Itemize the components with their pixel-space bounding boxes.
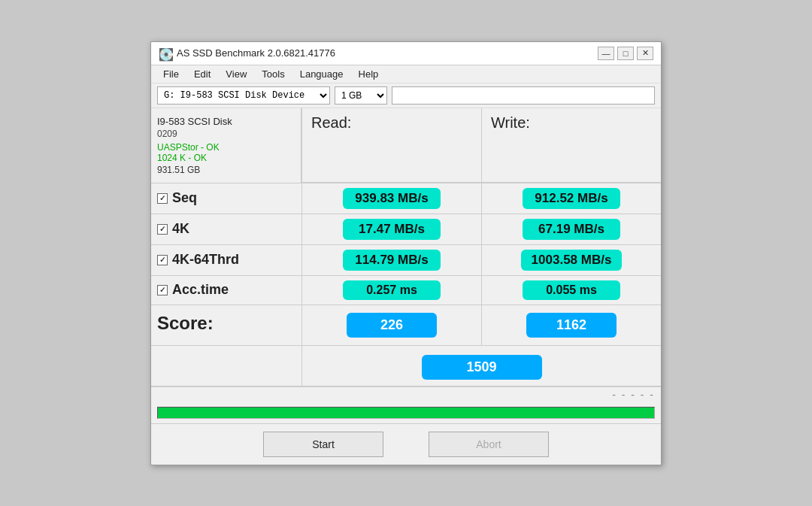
info-panel: I9-583 SCSI Disk 0209 UASPStor - OK 1024… — [151, 108, 301, 183]
start-button[interactable]: Start — [263, 432, 383, 457]
score-write-value: 1162 — [526, 313, 617, 338]
bench-label-4k: ✓ 4K — [151, 214, 301, 244]
4k64-write-cell: 1003.58 MB/s — [481, 244, 661, 275]
device-name: I9-583 SCSI Disk — [157, 116, 295, 127]
checkbox-4k64[interactable]: ✓ — [157, 255, 168, 265]
seq-read-cell: 939.83 MB/s — [301, 183, 481, 214]
menu-file[interactable]: File — [157, 67, 185, 81]
bench-label-acc: ✓ Acc.time — [151, 275, 301, 305]
progress-fill — [158, 408, 654, 418]
score-read-cell: 226 — [301, 305, 481, 345]
drive-select[interactable]: G: I9-583 SCSI Disk Device — [157, 86, 330, 105]
maximize-button[interactable]: □ — [617, 47, 634, 60]
bench-label-acc-text: Acc.time — [172, 282, 229, 298]
title-bar-left: 💽 AS SSD Benchmark 2.0.6821.41776 — [159, 47, 335, 59]
button-row: Start Abort — [151, 423, 661, 465]
abort-button[interactable]: Abort — [429, 432, 549, 457]
size-select[interactable]: 1 GB 4 GB 10 GB — [335, 86, 387, 105]
seq-write-value: 912.52 MB/s — [523, 188, 620, 209]
acc-write-cell: 0.055 ms — [481, 275, 661, 305]
status-bar: - - - - - — [151, 386, 661, 402]
menu-help[interactable]: Help — [353, 67, 385, 81]
title-bar: 💽 AS SSD Benchmark 2.0.6821.41776 — □ ✕ — [151, 42, 661, 65]
checkbox-4k[interactable]: ✓ — [157, 224, 168, 235]
minimize-button[interactable]: — — [598, 47, 614, 60]
menu-edit[interactable]: Edit — [188, 67, 217, 81]
score-total-value: 1509 — [422, 355, 542, 380]
read-header: Read: — [301, 108, 481, 183]
seq-read-value: 939.83 MB/s — [343, 188, 441, 209]
device-status1: UASPStor - OK — [157, 142, 295, 153]
app-icon: 💽 — [159, 47, 171, 59]
score-write-cell: 1162 — [481, 305, 661, 345]
main-content: I9-583 SCSI Disk 0209 UASPStor - OK 1024… — [151, 108, 661, 386]
bench-label-seq: ✓ Seq — [151, 183, 301, 214]
score-label: Score: — [151, 305, 301, 345]
acc-read-cell: 0.257 ms — [301, 275, 481, 305]
bench-label-seq-text: Seq — [172, 190, 197, 206]
4k-write-value: 67.19 MB/s — [523, 219, 620, 240]
4k64-read-value: 114.79 MB/s — [343, 250, 441, 271]
device-status2: 1024 K - OK — [157, 153, 295, 163]
menu-tools[interactable]: Tools — [256, 67, 290, 81]
score-read-value: 226 — [347, 313, 437, 338]
device-id: 0209 — [157, 129, 295, 139]
window-controls: — □ ✕ — [598, 47, 653, 60]
seq-write-cell: 912.52 MB/s — [481, 183, 661, 214]
checkbox-acc[interactable]: ✓ — [157, 285, 168, 295]
4k-read-cell: 17.47 MB/s — [301, 214, 481, 244]
status-dots: - - - - - — [612, 389, 655, 401]
progress-container — [151, 402, 661, 423]
menu-view[interactable]: View — [220, 67, 253, 81]
4k-read-value: 17.47 MB/s — [343, 219, 441, 240]
toolbar: G: I9-583 SCSI Disk Device 1 GB 4 GB 10 … — [151, 83, 661, 108]
bench-label-4k-text: 4K — [172, 221, 189, 237]
4k-write-cell: 67.19 MB/s — [481, 214, 661, 244]
checkbox-seq[interactable]: ✓ — [157, 193, 168, 204]
acc-write-value: 0.055 ms — [523, 280, 620, 300]
acc-read-value: 0.257 ms — [343, 280, 441, 300]
window-title: AS SSD Benchmark 2.0.6821.41776 — [177, 47, 335, 59]
app-window: 💽 AS SSD Benchmark 2.0.6821.41776 — □ ✕ … — [150, 41, 662, 465]
toolbar-spacer — [392, 86, 655, 105]
4k64-write-value: 1003.58 MB/s — [521, 250, 623, 271]
close-button[interactable]: ✕ — [637, 47, 653, 60]
bench-label-4k64: ✓ 4K-64Thrd — [151, 244, 301, 275]
bench-label-4k64-text: 4K-64Thrd — [172, 252, 239, 268]
write-header: Write: — [481, 108, 661, 183]
device-size: 931.51 GB — [157, 165, 295, 175]
menu-bar: File Edit View Tools Language Help — [151, 65, 661, 83]
score-total-cell: 1509 — [301, 345, 661, 386]
progress-track — [157, 407, 655, 419]
bottom-section: - - - - - — [151, 386, 661, 423]
score-total-empty — [151, 345, 301, 386]
menu-language[interactable]: Language — [294, 67, 350, 81]
4k64-read-cell: 114.79 MB/s — [301, 244, 481, 275]
